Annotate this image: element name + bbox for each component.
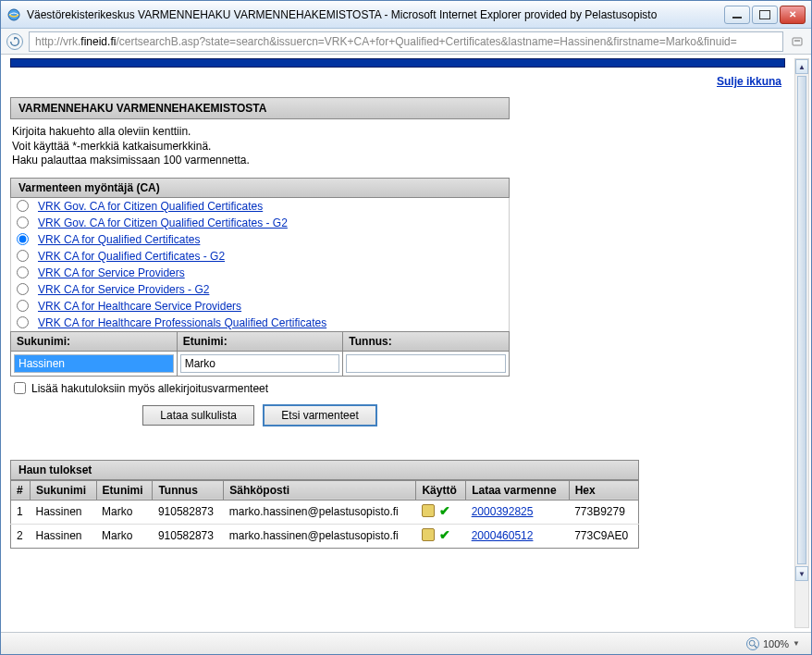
lastname-input[interactable] xyxy=(14,354,174,373)
ca-link-3[interactable]: VRK CA for Qualified Certificates - G2 xyxy=(38,250,225,263)
window-title: Väestörekisterikeskus VARMENNEHAKU VARME… xyxy=(27,8,724,21)
zoom-dropdown-icon[interactable]: ▼ xyxy=(793,639,800,648)
window-controls xyxy=(724,6,806,24)
include-signing-checkbox[interactable] xyxy=(14,382,26,394)
col-usage: Käyttö xyxy=(416,480,466,500)
certificate-icon xyxy=(422,504,435,517)
cell-firstname: Marko xyxy=(96,500,153,524)
col-hex: Hex xyxy=(569,480,638,500)
url-input[interactable]: http://vrk.fineid.fi/certsearchB.asp?sta… xyxy=(29,31,783,52)
ca-option: VRK CA for Healthcare Professionals Qual… xyxy=(11,315,509,331)
cell-usage: ✔ xyxy=(416,500,466,524)
ca-radio-7[interactable] xyxy=(17,316,29,328)
minimize-button[interactable] xyxy=(724,6,750,24)
intro-line3: Haku palauttaa maksimissaan 100 varmenne… xyxy=(12,154,508,168)
cell-hex: 773B9279 xyxy=(569,500,638,524)
col-lastname: Sukunimi xyxy=(31,480,97,500)
cell-email: marko.hassinen@pelastusopisto.fi xyxy=(224,524,416,548)
ca-link-7[interactable]: VRK CA for Healthcare Professionals Qual… xyxy=(38,316,326,329)
ca-radio-3[interactable] xyxy=(17,250,29,262)
ca-link-5[interactable]: VRK CA for Service Providers - G2 xyxy=(38,283,209,296)
search-fields-row: Sukunimi: Etunimi: Tunnus: xyxy=(10,331,510,377)
statusbar: 100% ▼ xyxy=(1,632,811,654)
ie-icon xyxy=(6,7,21,22)
ca-link-4[interactable]: VRK CA for Service Providers xyxy=(38,266,185,279)
search-button[interactable]: Etsi varmenteet xyxy=(263,404,376,426)
download-crl-button[interactable]: Lataa sulkulista xyxy=(142,405,254,426)
cell-hex: 773C9AE0 xyxy=(569,524,638,548)
svg-line-4 xyxy=(755,645,757,648)
ca-radio-1[interactable] xyxy=(17,216,29,229)
ca-section-header: Varmenteen myöntäjä (CA) xyxy=(10,178,510,198)
ca-option: VRK Gov. CA for Citizen Qualified Certif… xyxy=(11,198,509,215)
cell-email: marko.hassinen@pelastusopisto.fi xyxy=(224,500,416,524)
titlebar: Väestörekisterikeskus VARMENNEHAKU VARME… xyxy=(1,1,811,29)
table-row: 2 Hassinen Marko 910582873 marko.hassine… xyxy=(11,524,639,548)
ca-option: VRK CA for Service Providers xyxy=(11,265,509,281)
ca-radio-4[interactable] xyxy=(17,266,29,278)
ca-list: VRK Gov. CA for Citizen Qualified Certif… xyxy=(10,198,510,331)
scroll-down-icon[interactable]: ▼ xyxy=(795,566,808,581)
cell-firstname: Marko xyxy=(96,524,153,548)
ca-link-2[interactable]: VRK CA for Qualified Certificates xyxy=(38,233,200,246)
page-content: ▲ ▼ Sulje ikkuna VARMENNEHAKU VARMENNEHA… xyxy=(1,55,811,632)
check-icon: ✔ xyxy=(438,504,451,517)
svg-point-3 xyxy=(749,640,755,646)
cell-usage: ✔ xyxy=(416,524,466,548)
close-window-link[interactable]: Sulje ikkuna xyxy=(717,75,781,88)
id-label: Tunnus: xyxy=(343,332,509,352)
browser-window: Väestörekisterikeskus VARMENNEHAKU VARME… xyxy=(0,0,812,655)
certificate-icon xyxy=(422,528,435,541)
check-icon: ✔ xyxy=(438,528,451,541)
col-id: Tunnus xyxy=(153,480,224,500)
cell-num: 2 xyxy=(11,524,31,548)
vertical-scrollbar[interactable]: ▲ ▼ xyxy=(794,58,809,628)
include-signing-row: Lisää hakutuloksiin myös allekirjoitusva… xyxy=(10,377,510,401)
table-row: 1 Hassinen Marko 910582873 marko.hassine… xyxy=(11,500,639,524)
include-signing-label: Lisää hakutuloksiin myös allekirjoitusva… xyxy=(31,382,268,395)
col-email: Sähköposti xyxy=(224,480,416,500)
intro-text: Kirjoita hakuehto alla oleviin kenttiin.… xyxy=(10,119,510,178)
intro-line1: Kirjoita hakuehto alla oleviin kenttiin. xyxy=(12,125,508,140)
ca-link-0[interactable]: VRK Gov. CA for Citizen Qualified Certif… xyxy=(38,200,263,213)
cell-num: 1 xyxy=(11,500,31,524)
ca-option: VRK CA for Qualified Certificates - G2 xyxy=(11,248,509,265)
download-link-1[interactable]: 2000460512 xyxy=(472,529,534,542)
zoom-value[interactable]: 100% xyxy=(763,638,789,649)
scroll-up-icon[interactable]: ▲ xyxy=(795,59,808,74)
ca-radio-5[interactable] xyxy=(17,283,29,295)
cell-lastname: Hassinen xyxy=(31,500,97,524)
addressbar: http://vrk.fineid.fi/certsearchB.asp?sta… xyxy=(1,29,811,55)
url-path: /certsearchB.asp?state=search&issuercn=V… xyxy=(116,35,736,48)
col-firstname: Etunimi xyxy=(96,480,153,500)
ca-radio-0[interactable] xyxy=(17,200,29,212)
url-prefix: http://vrk. xyxy=(35,35,80,48)
firstname-label: Etunimi: xyxy=(178,332,343,352)
cell-id: 910582873 xyxy=(153,500,224,524)
reload-icon[interactable] xyxy=(6,33,23,50)
scroll-thumb[interactable] xyxy=(797,76,806,564)
ca-option: VRK CA for Qualified Certificates xyxy=(11,231,509,248)
header-bluebar xyxy=(10,58,785,68)
ca-radio-6[interactable] xyxy=(17,300,29,312)
col-download: Lataa varmenne xyxy=(466,480,569,500)
compat-view-icon[interactable] xyxy=(789,33,806,50)
button-row: Lataa sulkulista Etsi varmenteet xyxy=(10,401,510,441)
svg-rect-2 xyxy=(794,40,800,42)
cell-lastname: Hassinen xyxy=(31,524,97,548)
results-table: # Sukunimi Etunimi Tunnus Sähköposti Käy… xyxy=(10,480,639,549)
ca-link-6[interactable]: VRK CA for Healthcare Service Providers xyxy=(38,300,241,313)
download-link-0[interactable]: 2000392825 xyxy=(472,505,534,518)
cell-download: 2000392825 xyxy=(466,500,569,524)
close-button[interactable] xyxy=(780,6,806,24)
ca-link-1[interactable]: VRK Gov. CA for Citizen Qualified Certif… xyxy=(38,216,288,229)
ca-radio-2[interactable] xyxy=(17,233,29,245)
ca-option: VRK CA for Service Providers - G2 xyxy=(11,281,509,298)
zoom-icon[interactable] xyxy=(746,637,759,650)
firstname-input[interactable] xyxy=(180,354,340,373)
lastname-label: Sukunimi: xyxy=(11,332,177,352)
id-input[interactable] xyxy=(346,354,506,373)
col-num: # xyxy=(11,480,31,500)
maximize-button[interactable] xyxy=(752,6,778,24)
results-section: Haun tulokset # Sukunimi Etunimi Tunnus … xyxy=(10,460,639,549)
